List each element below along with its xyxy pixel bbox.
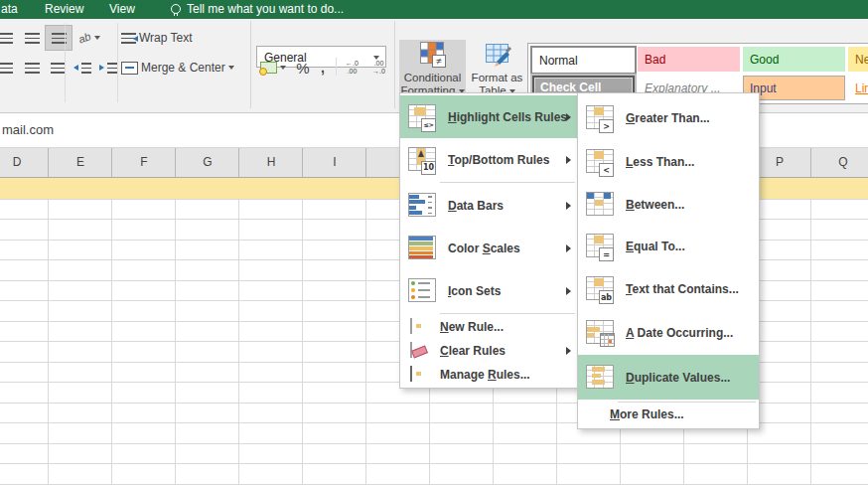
between-icon (586, 190, 620, 220)
ribbon-separator (65, 23, 66, 102)
align-center-icon (25, 63, 40, 74)
menu-separator (618, 402, 756, 403)
accounting-format-button[interactable] (256, 56, 290, 80)
merge-center-button[interactable]: Merge & Center (121, 56, 234, 80)
decrease-decimal-icon: .00 →.0 (372, 60, 385, 76)
decrease-indent-button[interactable] (70, 56, 95, 80)
chevron-down-icon (228, 66, 234, 70)
less-than-icon: < (586, 147, 620, 177)
ribbon-tab-bar: ata Review View Tell me what you want to… (0, 0, 868, 19)
style-linked-cell[interactable]: Lin (848, 76, 868, 100)
column-header-p[interactable]: P (776, 148, 784, 177)
align-top-button[interactable] (0, 26, 18, 50)
submenu-arrow-icon (566, 113, 571, 121)
merge-center-icon (121, 62, 138, 75)
submenu-arrow-icon (566, 287, 571, 295)
menu-item-clear-rules[interactable]: Clear Rules (400, 339, 578, 362)
increase-indent-icon (99, 65, 104, 71)
submenu-item-greater-than[interactable]: > Greater Than... (578, 96, 759, 140)
column-header-q[interactable]: Q (838, 148, 847, 177)
wrap-text-icon (121, 33, 136, 44)
submenu-arrow-icon (566, 244, 571, 252)
group-separator (250, 21, 251, 108)
column-header-h[interactable]: H (267, 148, 276, 177)
submenu-arrow-icon (566, 347, 571, 355)
column-header-g[interactable]: G (203, 148, 212, 177)
submenu-item-between[interactable]: Between... (578, 184, 759, 226)
submenu-item-duplicate-values[interactable]: Duplicate Values... (578, 355, 759, 400)
tab-data[interactable]: ata (1, 0, 18, 19)
conditional-formatting-menu: ≤> Highlight Cells Rules 10 Top/Bottom R… (399, 92, 579, 389)
manage-rules-icon (410, 367, 434, 383)
accounting-format-icon (260, 62, 277, 74)
wrap-text-button[interactable]: Wrap Text (121, 26, 193, 50)
tab-review[interactable]: Review (45, 0, 83, 19)
ribbon-separator (336, 58, 337, 76)
highlight-cells-rules-icon: ≤> (408, 102, 442, 132)
format-as-table-icon (483, 40, 512, 70)
ribbon-separator (117, 23, 118, 102)
orientation-button[interactable]: ab (73, 26, 105, 50)
menu-item-highlight-cells-rules[interactable]: ≤> Highlight Cells Rules (400, 95, 578, 138)
align-left-icon (0, 63, 13, 74)
menu-item-icon-sets[interactable]: Icon Sets (400, 269, 578, 312)
style-normal[interactable]: Normal (532, 48, 635, 73)
align-left-button[interactable] (0, 56, 18, 80)
excel-window: ata Review View Tell me what you want to… (0, 0, 868, 485)
increase-decimal-button[interactable]: ←.0 .00 (340, 56, 364, 80)
data-bars-icon (408, 191, 442, 221)
percent-style-button[interactable]: % (294, 56, 312, 80)
menu-separator (440, 313, 575, 314)
align-right-icon (51, 63, 66, 74)
style-good[interactable]: Good (743, 47, 845, 72)
style-neutral[interactable]: Ne (848, 47, 868, 72)
submenu-arrow-icon (566, 156, 571, 164)
column-header-e[interactable]: E (76, 148, 84, 177)
tell-me-lightbulb-icon (171, 4, 181, 14)
column-header-f[interactable]: F (140, 148, 147, 177)
chevron-down-icon (280, 66, 286, 70)
menu-item-color-scales[interactable]: Color Scales (400, 227, 578, 269)
comma-style-button[interactable]: , (316, 56, 330, 80)
decrease-indent-icon (73, 65, 78, 71)
menu-item-new-rule[interactable]: New Rule... (400, 315, 578, 338)
menu-item-manage-rules[interactable]: Manage Rules... (400, 363, 578, 386)
style-bad[interactable]: Bad (638, 47, 740, 72)
submenu-arrow-icon (566, 202, 571, 210)
menu-item-data-bars[interactable]: Data Bars (400, 184, 578, 227)
decrease-decimal-button[interactable]: .00 →.0 (366, 56, 391, 80)
clear-rules-icon (410, 343, 434, 359)
increase-decimal-icon: ←.0 .00 (346, 60, 359, 76)
duplicate-values-icon (586, 363, 620, 393)
column-header-d[interactable]: D (13, 148, 22, 177)
align-bottom-button[interactable] (45, 25, 72, 51)
menu-item-top-bottom-rules[interactable]: 10 Top/Bottom Rules (400, 138, 578, 181)
submenu-item-less-than[interactable]: < Less Than... (578, 140, 759, 184)
group-separator (394, 21, 395, 108)
align-middle-icon (25, 33, 40, 44)
formula-bar-value: mail.com (2, 113, 54, 147)
align-top-icon (0, 33, 13, 44)
tell-me-box[interactable]: Tell me what you want to do... (187, 0, 344, 19)
new-rule-icon (410, 319, 434, 335)
equal-to-icon: = (586, 232, 620, 261)
color-scales-icon (408, 234, 442, 263)
column-header-i[interactable]: I (333, 148, 336, 177)
submenu-item-equal-to[interactable]: = Equal To... (578, 226, 759, 267)
orientation-icon: ab (77, 30, 93, 45)
submenu-item-a-date-occurring[interactable]: A Date Occurring... (578, 311, 759, 355)
chevron-down-icon (94, 36, 100, 40)
align-middle-button[interactable] (19, 26, 45, 50)
tab-view[interactable]: View (109, 0, 135, 19)
menu-separator (440, 182, 575, 183)
submenu-item-more-rules[interactable]: More Rules... (578, 404, 759, 425)
svg-text:≠: ≠ (436, 56, 442, 67)
top-bottom-rules-icon: 10 (408, 145, 442, 175)
align-right-button[interactable] (45, 56, 71, 80)
greater-than-icon: > (586, 103, 620, 133)
conditional-formatting-icon: ≠ (418, 40, 448, 70)
submenu-item-text-that-contains[interactable]: ab Text that Contains... (578, 267, 759, 311)
text-contains-icon: ab (586, 274, 620, 304)
date-occurring-icon (586, 318, 620, 348)
align-center-button[interactable] (19, 56, 45, 80)
